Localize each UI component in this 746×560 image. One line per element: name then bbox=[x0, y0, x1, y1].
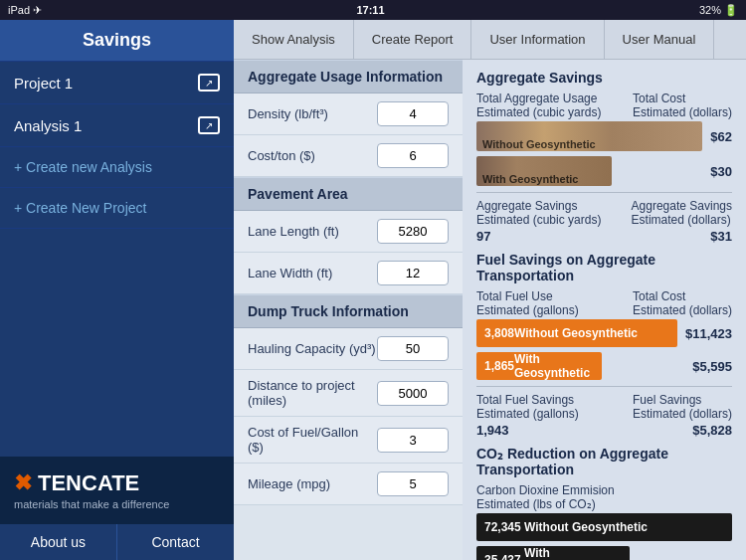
fuel-savings-dollars-val: $5,828 bbox=[692, 423, 732, 438]
fuel-with-bar: 1,865 With Geosynthetic bbox=[476, 352, 602, 380]
density-input[interactable] bbox=[377, 101, 449, 126]
aggregate-total-usage-header: Total Aggregate UsageEstimated (cubic ya… bbox=[476, 92, 601, 119]
co2-without-value: 72,345 bbox=[484, 520, 521, 534]
aggregate-savings-title: Aggregate Savings bbox=[476, 70, 732, 86]
cost-per-ton-label: Cost/ton ($) bbox=[248, 148, 377, 163]
co2-header-row: Carbon Dioxine EmmisionEstimated (lbs of… bbox=[476, 483, 732, 511]
density-label: Density (lb/ft³) bbox=[248, 106, 377, 121]
co2-with-bar: 35,437 With Geosynthetic bbox=[476, 546, 630, 560]
cost-per-ton-input[interactable] bbox=[377, 143, 449, 168]
cost-per-ton-field: Cost/ton ($) bbox=[234, 135, 463, 177]
aggregate-without-bar-row: Without Geosynthetic $62 bbox=[476, 121, 732, 151]
main-content: Show Analysis Create Report User Informa… bbox=[234, 20, 746, 560]
hauling-capacity-input[interactable] bbox=[377, 336, 449, 361]
aggregate-usage-header: Aggregate Usage Information bbox=[234, 60, 463, 93]
fuel-total-cost-header: Total CostEstimated (dollars) bbox=[633, 289, 732, 317]
lane-width-input[interactable] bbox=[377, 261, 449, 285]
hauling-capacity-field: Hauling Capacity (yd³) bbox=[234, 328, 463, 370]
fuel-savings-gallons-header: Total Fuel SavingsEstimated (gallons) bbox=[476, 393, 579, 421]
mileage-input[interactable] bbox=[377, 471, 449, 496]
form-panel: Aggregate Usage Information Density (lb/… bbox=[234, 60, 463, 560]
distance-field: Distance to project (miles) bbox=[234, 370, 463, 417]
fuel-without-bar: 3,808 Without Geosynthetic bbox=[476, 319, 677, 347]
tencate-symbol-icon: ✖ bbox=[14, 470, 32, 496]
co2-with-sublabel: With Geosynthetic bbox=[524, 546, 622, 560]
aggregate-savings-header-row: Total Aggregate UsageEstimated (cubic ya… bbox=[476, 92, 732, 119]
aggregate-with-bar-row: With Geosynthetic $30 bbox=[476, 156, 732, 186]
fuel-savings-label-row: Total Fuel SavingsEstimated (gallons) Fu… bbox=[476, 393, 732, 421]
co2-without-bar: 72,345 Without Geosynthetic bbox=[476, 513, 732, 541]
status-bar-time: 17:11 bbox=[356, 4, 384, 16]
status-bar: iPad ✈ 17:11 32% 🔋 bbox=[0, 0, 746, 20]
aggregate-total-cost-header: Total CostEstimated (dollars) bbox=[633, 92, 732, 119]
agg-savings-dollars-header: Aggregate SavingsEstimated (dollars) bbox=[632, 199, 732, 227]
fuel-without-sublabel: Without Geosynthetic bbox=[514, 326, 638, 340]
sidebar-title: Savings bbox=[0, 20, 234, 62]
fuel-with-sublabel: With Geosynthetic bbox=[514, 352, 594, 380]
agg-savings-cubic-header: Aggregate SavingsEstimated (cubic yards) bbox=[476, 199, 601, 227]
co2-without-sublabel: Without Geosynthetic bbox=[524, 520, 648, 534]
sidebar: Savings Project 1 Analysis 1 + Create ne… bbox=[0, 20, 234, 560]
results-panel: Aggregate Savings Total Aggregate UsageE… bbox=[463, 60, 746, 560]
aggregate-savings-values-row: 97 $31 bbox=[476, 229, 732, 244]
fuel-without-cost: $11,423 bbox=[685, 326, 732, 341]
aggregate-with-bar-wrapper: With Geosynthetic bbox=[476, 156, 702, 186]
tencate-logo: ✖ TENCATE materials that make a differen… bbox=[0, 457, 234, 524]
fuel-with-gallons: 1,865 bbox=[484, 359, 514, 373]
fuel-total-use-header: Total Fuel UseEstimated (gallons) bbox=[476, 289, 579, 317]
co2-with-bar-row: 35,437 With Geosynthetic bbox=[476, 546, 732, 560]
create-project-btn[interactable]: + Create New Project bbox=[0, 188, 234, 229]
distance-input[interactable] bbox=[377, 381, 449, 406]
fuel-savings-header-row: Total Fuel UseEstimated (gallons) Total … bbox=[476, 289, 732, 317]
status-bar-left: iPad ✈ bbox=[8, 4, 42, 17]
distance-label: Distance to project (miles) bbox=[248, 378, 377, 408]
co2-with-value: 35,437 bbox=[484, 553, 521, 560]
fuel-cost-input[interactable] bbox=[377, 428, 449, 453]
co2-emission-header: Carbon Dioxine EmmisionEstimated (lbs of… bbox=[476, 483, 615, 511]
project1-label: Project 1 bbox=[14, 75, 73, 92]
about-us-button[interactable]: About us bbox=[0, 524, 117, 560]
status-battery: 32% 🔋 bbox=[699, 4, 738, 17]
aggregate-without-cost: $62 bbox=[710, 129, 732, 144]
mileage-label: Mileage (mpg) bbox=[248, 476, 377, 491]
fuel-savings-values-row: 1,943 $5,828 bbox=[476, 423, 732, 438]
content-split: Aggregate Usage Information Density (lb/… bbox=[234, 60, 746, 560]
edit-icon-analysis[interactable] bbox=[198, 116, 220, 134]
fuel-without-gallons: 3,808 bbox=[484, 326, 514, 340]
fuel-with-bar-row: 1,865 With Geosynthetic $5,595 bbox=[476, 352, 732, 380]
pavement-area-header: Pavement Area bbox=[234, 177, 463, 211]
contact-button[interactable]: Contact bbox=[117, 524, 234, 560]
create-report-btn[interactable]: Create Report bbox=[354, 20, 472, 59]
user-information-btn[interactable]: User Information bbox=[471, 20, 604, 59]
co2-without-bar-wrapper: 72,345 Without Geosynthetic bbox=[476, 513, 732, 541]
aggregate-without-bar-wrapper: Without Geosynthetic bbox=[476, 121, 702, 151]
co2-title: CO₂ Reduction on Aggregate Transportatio… bbox=[476, 446, 732, 477]
status-bar-right: 32% 🔋 bbox=[699, 4, 738, 17]
density-field: Density (lb/ft³) bbox=[234, 93, 463, 135]
fuel-cost-field: Cost of Fuel/Gallon ($) bbox=[234, 417, 463, 464]
hauling-capacity-label: Hauling Capacity (yd³) bbox=[248, 341, 377, 356]
sidebar-footer: About us Contact bbox=[0, 524, 234, 560]
top-nav: Show Analysis Create Report User Informa… bbox=[234, 20, 746, 60]
mileage-field: Mileage (mpg) bbox=[234, 464, 463, 505]
fuel-without-bar-wrapper: 3,808 Without Geosynthetic bbox=[476, 319, 677, 347]
fuel-with-bar-wrapper: 1,865 With Geosynthetic bbox=[476, 352, 684, 380]
dump-truck-header: Dump Truck Information bbox=[234, 294, 463, 328]
without-geo-label-agg: Without Geosynthetic bbox=[482, 138, 596, 150]
aggregate-with-cost: $30 bbox=[710, 164, 732, 179]
status-ipad: iPad ✈ bbox=[8, 4, 42, 17]
create-analysis-btn[interactable]: + Create new Analysis bbox=[0, 147, 234, 188]
co2-with-bar-wrapper: 35,437 With Geosynthetic bbox=[476, 546, 732, 560]
lane-width-label: Lane Width (ft) bbox=[248, 266, 377, 280]
lane-width-field: Lane Width (ft) bbox=[234, 253, 463, 294]
fuel-without-bar-row: 3,808 Without Geosynthetic $11,423 bbox=[476, 319, 732, 347]
edit-icon-project[interactable] bbox=[198, 74, 220, 92]
lane-length-input[interactable] bbox=[377, 219, 449, 244]
sidebar-item-project1[interactable]: Project 1 bbox=[0, 62, 234, 104]
agg-savings-cubic-val: 97 bbox=[476, 229, 490, 244]
sidebar-item-analysis1[interactable]: Analysis 1 bbox=[0, 104, 234, 147]
user-manual-btn[interactable]: User Manual bbox=[605, 20, 715, 59]
show-analysis-btn[interactable]: Show Analysis bbox=[234, 20, 354, 59]
agg-savings-dollars-val: $31 bbox=[710, 229, 732, 244]
tencate-tagline: materials that make a difference bbox=[14, 498, 220, 510]
